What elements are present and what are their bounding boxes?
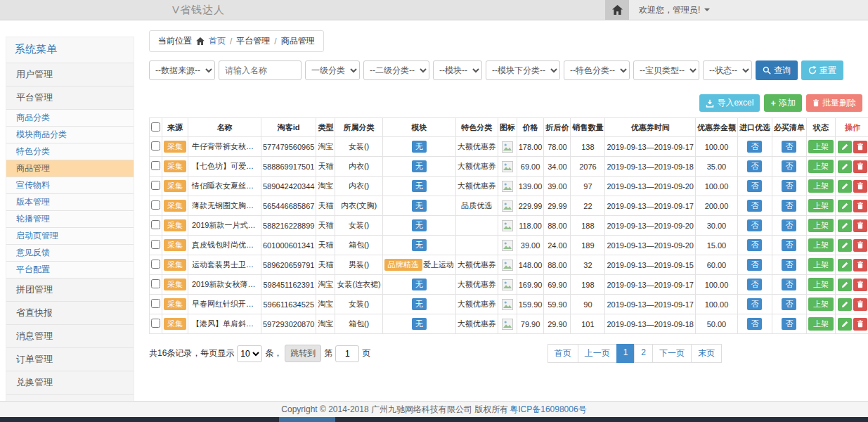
sidebar-item[interactable]: 平台管理	[6, 87, 134, 110]
page-button[interactable]: 1	[616, 344, 635, 363]
must-buy-toggle[interactable]: 否	[782, 239, 796, 251]
must-buy-toggle[interactable]: 否	[782, 141, 796, 153]
status-toggle[interactable]: 上架	[808, 179, 834, 193]
sidebar-item[interactable]: 版本管理	[6, 194, 134, 211]
sidebar-item[interactable]: 商品分类	[6, 110, 134, 127]
row-checkbox[interactable]	[151, 220, 160, 229]
jump-page-input[interactable]	[335, 345, 359, 362]
page-button[interactable]: 首页	[548, 344, 578, 363]
import-select-toggle[interactable]: 否	[747, 141, 762, 153]
sidebar-item[interactable]: 用户管理	[6, 63, 134, 87]
filter-select[interactable]: --二级分类--	[363, 60, 429, 80]
delete-button[interactable]	[853, 318, 867, 331]
delete-button[interactable]	[853, 239, 867, 252]
must-buy-toggle[interactable]: 否	[782, 318, 796, 330]
sidebar-item[interactable]: 兑换管理	[6, 371, 134, 395]
status-toggle[interactable]: 上架	[808, 160, 834, 173]
sidebar-item[interactable]: 订单管理	[6, 348, 134, 371]
edit-button[interactable]	[838, 318, 852, 331]
row-checkbox[interactable]	[151, 279, 160, 288]
import-select-toggle[interactable]: 否	[747, 180, 762, 192]
delete-button[interactable]	[853, 200, 867, 212]
delete-button[interactable]	[853, 160, 867, 173]
filter-select[interactable]: --宝贝类型--	[633, 60, 699, 80]
must-buy-toggle[interactable]: 否	[782, 219, 796, 231]
edit-button[interactable]	[838, 239, 852, 252]
page-button[interactable]: 末页	[691, 344, 722, 363]
must-buy-toggle[interactable]: 否	[782, 279, 796, 290]
sidebar-item[interactable]: 省直快报	[6, 302, 134, 325]
import-select-toggle[interactable]: 否	[747, 219, 762, 231]
select-all-checkbox[interactable]	[151, 122, 160, 132]
edit-button[interactable]	[838, 180, 852, 193]
sidebar-item[interactable]: 平台配置	[6, 262, 134, 279]
status-toggle[interactable]: 上架	[808, 258, 834, 271]
edit-button[interactable]	[838, 160, 852, 173]
sidebar-item[interactable]: 拼团管理	[6, 279, 134, 302]
row-checkbox[interactable]	[151, 200, 160, 210]
status-toggle[interactable]: 上架	[808, 298, 834, 311]
delete-button[interactable]	[853, 279, 867, 291]
filter-select[interactable]: --模块--	[433, 60, 482, 80]
filter-select[interactable]: --模块下分类--	[486, 60, 560, 80]
must-buy-toggle[interactable]: 否	[782, 160, 796, 172]
row-checkbox[interactable]	[151, 240, 160, 249]
sidebar-item[interactable]: 轮播管理	[6, 211, 134, 228]
edit-button[interactable]	[838, 259, 852, 271]
sidebar-item[interactable]: 商品管理	[6, 160, 134, 177]
row-checkbox[interactable]	[151, 141, 160, 151]
must-buy-toggle[interactable]: 否	[782, 259, 796, 271]
page-button[interactable]: 2	[634, 344, 653, 363]
delete-button[interactable]	[853, 141, 867, 153]
filter-select[interactable]: --特色分类--	[564, 60, 630, 80]
edit-button[interactable]	[838, 279, 852, 291]
filter-select[interactable]: 一级分类	[305, 60, 360, 80]
import-excel-button[interactable]: 导入excel	[699, 94, 760, 112]
add-button[interactable]: + 添加	[764, 94, 802, 112]
delete-button[interactable]	[853, 298, 867, 311]
import-select-toggle[interactable]: 否	[747, 259, 762, 271]
status-toggle[interactable]: 上架	[808, 317, 834, 331]
row-checkbox[interactable]	[151, 161, 160, 170]
reset-button[interactable]: 重置	[801, 60, 843, 80]
page-button[interactable]: 下一页	[652, 344, 692, 363]
jump-button[interactable]: 跳转到	[285, 345, 321, 362]
import-select-toggle[interactable]: 否	[747, 239, 762, 251]
status-toggle[interactable]: 上架	[808, 219, 834, 232]
sidebar-item[interactable]: 宣传物料	[6, 177, 134, 194]
page-button[interactable]: 上一页	[578, 344, 617, 363]
sidebar-item[interactable]: 消息管理	[6, 325, 134, 348]
must-buy-toggle[interactable]: 否	[782, 180, 796, 192]
sidebar-item[interactable]: 启动页管理	[6, 228, 134, 245]
user-menu[interactable]: 欢迎您，管理员!	[629, 0, 868, 20]
batch-delete-button[interactable]: 批量删除	[806, 94, 862, 112]
import-select-toggle[interactable]: 否	[747, 298, 762, 310]
edit-button[interactable]	[838, 200, 852, 212]
home-button[interactable]	[605, 0, 629, 20]
edit-button[interactable]	[838, 141, 852, 153]
row-checkbox[interactable]	[151, 299, 160, 308]
status-toggle[interactable]: 上架	[808, 238, 834, 252]
status-toggle[interactable]: 上架	[808, 199, 834, 212]
row-checkbox[interactable]	[151, 260, 160, 269]
filter-select[interactable]: --状态--	[703, 60, 752, 80]
edit-button[interactable]	[838, 219, 852, 232]
sidebar-item[interactable]: 模块商品分类	[6, 127, 134, 143]
sidebar-item[interactable]: 意见反馈	[6, 245, 134, 262]
must-buy-toggle[interactable]: 否	[782, 200, 796, 212]
delete-button[interactable]	[853, 219, 867, 232]
filter-select[interactable]: --数据来源--	[149, 60, 215, 80]
horizontal-scrollbar[interactable]	[0, 417, 868, 422]
scrollbar-thumb[interactable]	[279, 417, 335, 422]
name-search-input[interactable]	[219, 60, 302, 80]
row-checkbox[interactable]	[151, 181, 160, 190]
import-select-toggle[interactable]: 否	[747, 318, 762, 330]
must-buy-toggle[interactable]: 否	[782, 298, 796, 310]
status-toggle[interactable]: 上架	[808, 140, 834, 153]
status-toggle[interactable]: 上架	[808, 278, 834, 291]
delete-button[interactable]	[853, 259, 867, 271]
import-select-toggle[interactable]: 否	[747, 160, 762, 172]
edit-button[interactable]	[838, 298, 852, 311]
icp-link[interactable]: 粤ICP备16098006号	[510, 404, 586, 416]
import-select-toggle[interactable]: 否	[747, 200, 762, 212]
